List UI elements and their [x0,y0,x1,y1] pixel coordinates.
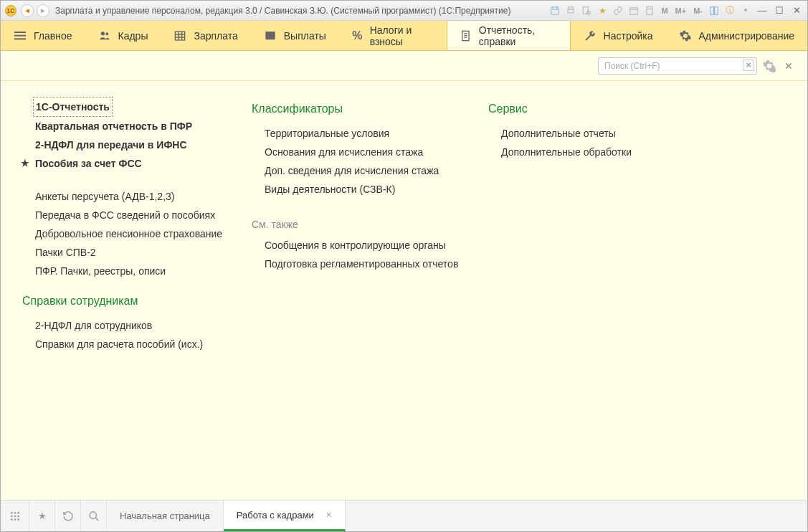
link-quarterly-pfr[interactable]: Квартальная отчетность в ПФР [22,117,237,136]
svg-rect-8 [715,6,718,14]
svg-rect-6 [647,6,652,14]
favorites-star-icon[interactable]: ★ [29,500,55,531]
link-fss-transfer[interactable]: Передача в ФСС сведений о пособиях [22,206,237,224]
tab-label: Работа с кадрами [237,510,314,521]
nav-settings[interactable]: Настройка [571,21,666,50]
dropdown-icon[interactable]: ▼ [740,5,751,16]
link-voluntary-pension[interactable]: Добровольное пенсионное страхование [22,224,237,243]
nav-payments[interactable]: Выплаты [251,21,339,50]
link-1c-reporting[interactable]: 1С-Отчетность [33,97,113,117]
tab-start-page[interactable]: Начальная страница [107,500,224,531]
tab-hr-work[interactable]: Работа с кадрами ✕ [224,500,346,531]
close-button[interactable]: ✕ [790,5,803,16]
print-icon[interactable] [565,5,576,16]
m-plus-icon[interactable]: M+ [674,5,688,16]
main-content: 1С-Отчетность Квартальная отчетность в П… [1,81,807,500]
nav-admin[interactable]: Администрирование [666,21,808,50]
svg-point-25 [11,518,13,521]
nav-forward-icon[interactable]: ► [37,4,49,17]
link-extra-reports[interactable]: Дополнительные отчеты [488,124,703,143]
wallet-icon [264,29,277,42]
wrench-icon [584,29,597,42]
svg-point-18 [771,67,776,72]
svg-point-12 [100,32,104,35]
minimize-button[interactable]: — [756,5,769,16]
search-clear-icon[interactable]: ✕ [743,60,754,71]
calc-icon[interactable] [644,5,655,16]
search-box: ✕ [598,57,757,75]
m-minus-icon[interactable]: M- [692,5,704,16]
link-reg-reports-prep[interactable]: Подготовка регламентированных отчетов [252,255,474,273]
nav-label: Кадры [118,30,148,42]
window-title: Зарплата и управление персоналом, редакц… [55,6,549,16]
link-adv-forms[interactable]: Анкеты персучета (АДВ-1,2,3) [22,187,237,206]
search-input[interactable] [598,57,757,75]
nav-label: Отчетность, справки [479,24,557,47]
m-icon[interactable]: M [660,5,669,16]
column-1: 1С-Отчетность Квартальная отчетность в П… [22,97,237,484]
section-service: Сервис [488,103,703,115]
percent-icon: % [352,29,363,42]
tab-label: Начальная страница [120,510,210,521]
link-benefit-calc-refs[interactable]: Справки для расчета пособий (исх.) [22,335,237,353]
see-also-label: См. также [252,213,474,236]
link-spv2[interactable]: Пачки СПВ-2 [22,243,237,262]
panel-close-icon[interactable]: ✕ [781,60,796,72]
link-service-basis[interactable]: Основания для исчисления стажа [252,143,474,161]
svg-rect-3 [584,6,589,13]
people-icon [98,29,111,42]
section-classifiers: Классификаторы [252,103,474,115]
search-icon[interactable] [81,500,107,531]
nav-back-icon[interactable]: ◄ [21,4,34,17]
svg-rect-15 [265,33,275,39]
maximize-button[interactable]: ☐ [773,5,786,16]
titlebar: 1C ◄ ► Зарплата и управление персоналом,… [1,1,807,21]
link-pfr-packs[interactable]: ПФР. Пачки, реестры, описи [22,262,237,280]
doc-search-icon[interactable] [581,5,592,16]
group-employee-refs: 2-НДФЛ для сотрудников Справки для расче… [22,316,237,353]
svg-rect-10 [14,34,26,36]
settings-gear-icon[interactable] [761,58,777,74]
link-activity-szvk[interactable]: Виды деятельности (СЗВ-К) [252,180,474,199]
info-icon[interactable]: ⓘ [724,5,736,16]
svg-rect-7 [710,6,714,14]
svg-rect-2 [569,6,573,9]
nav-salary[interactable]: Зарплата [161,21,250,50]
svg-point-26 [14,518,16,521]
svg-point-24 [17,515,19,517]
link-service-extra[interactable]: Доп. сведения для исчисления стажа [252,161,474,180]
tab-close-icon[interactable]: ✕ [325,510,332,520]
group-see-also: Сообщения в контролирующие органы Подгот… [252,236,474,273]
svg-point-28 [90,512,96,518]
history-icon[interactable] [55,500,81,531]
document-icon [460,29,472,42]
group-reporting-main: 1С-Отчетность Квартальная отчетность в П… [22,97,237,173]
nav-label: Налоги и взносы [370,24,434,47]
svg-point-13 [105,32,108,35]
nav-hr[interactable]: Кадры [85,21,161,50]
link-fss-benefits[interactable]: Пособия за счет ФСС [22,154,237,173]
link-2ndfl-ifns[interactable]: 2-НДФЛ для передачи в ИФНС [22,136,237,154]
star-icon[interactable]: ★ [597,5,608,16]
panels-icon[interactable] [708,5,720,16]
link-territorial[interactable]: Территориальные условия [252,124,474,143]
sub-toolbar: ✕ ✕ [1,51,807,81]
svg-rect-1 [568,9,574,13]
svg-point-23 [14,515,16,517]
link-2ndfl-employees[interactable]: 2-НДФЛ для сотрудников [22,316,237,335]
nav-reports[interactable]: Отчетность, справки [447,21,571,50]
nav-label: Зарплата [194,30,237,42]
svg-point-20 [14,512,16,514]
link-regulator-messages[interactable]: Сообщения в контролирующие органы [252,236,474,255]
save-icon[interactable] [549,5,561,16]
link-extra-processing[interactable]: Дополнительные обработки [488,143,703,161]
apps-grid-icon[interactable] [1,500,29,531]
link-icon[interactable] [612,5,624,16]
nav-taxes[interactable]: % Налоги и взносы [339,21,447,50]
column-2: Классификаторы Территориальные условия О… [252,97,474,484]
calendar-icon[interactable] [628,5,640,16]
gear-icon [679,29,692,42]
nav-main[interactable]: Главное [1,21,85,50]
svg-rect-14 [176,32,185,40]
column-3: Сервис Дополнительные отчеты Дополнитель… [488,97,703,484]
